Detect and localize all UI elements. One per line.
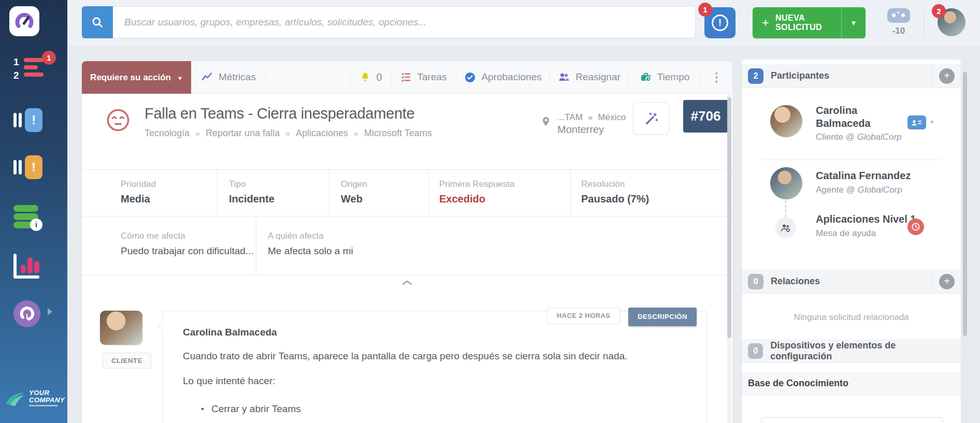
contact-card-icon <box>911 118 923 127</box>
sidebar-expand-chevron-icon[interactable] <box>48 308 52 315</box>
tab-metrics[interactable]: Métricas <box>191 61 266 93</box>
tab-reassign[interactable]: Reasignar <box>550 61 628 93</box>
comment-time-badge: HACE 2 HORAS <box>547 308 620 324</box>
add-participant-button[interactable]: + <box>939 68 955 84</box>
helpdesk-name[interactable]: Aplicaciones Nivel 1 <box>816 213 961 226</box>
breadcrumb: Tecnología » Reportar una falla » Aplica… <box>145 128 432 139</box>
participant-name[interactable]: Carolina Balmaceda <box>816 104 899 130</box>
tab-time[interactable]: Tiempo <box>629 61 700 93</box>
knowledge-base-title: Base de Conocimiento <box>748 378 848 389</box>
checklist-icon <box>400 71 412 83</box>
comment-author-name[interactable]: Carolina Balmaceda <box>183 327 277 338</box>
comment-bullet-text: Cerrar y abrir Teams <box>211 403 301 415</box>
search-input[interactable] <box>113 6 696 38</box>
new-request-dropdown[interactable]: ▼ <box>842 19 866 27</box>
ticket-header: Falla en Teams - Cierra inesperadamente … <box>82 94 732 170</box>
participant-avatar[interactable] <box>770 167 802 199</box>
field-priority: Prioridad Media <box>82 170 218 216</box>
sidebar-item-incidents-blue[interactable]: ! <box>13 107 54 136</box>
profile-count-badge: 2 <box>932 4 946 18</box>
comment-author-avatar[interactable] <box>100 311 142 345</box>
page-scrollbar-thumb[interactable] <box>963 72 967 336</box>
field-value: Pausado (7%) <box>581 193 732 205</box>
check-circle-icon <box>464 71 476 83</box>
ticket-number-badge: #706 <box>683 100 728 133</box>
location-path: ...TAM » México <box>557 112 626 123</box>
contact-card-button[interactable] <box>907 115 926 129</box>
requires-action-button[interactable]: Requiere su acción ▼ <box>82 61 191 94</box>
add-relation-button[interactable]: + <box>939 274 955 289</box>
search-button[interactable] <box>82 6 113 38</box>
new-request-button[interactable]: + NUEVA SOLICITUD ▼ <box>753 7 866 38</box>
field-type: Tipo Incidente <box>218 170 329 216</box>
field-value: Media <box>121 193 217 205</box>
helpdesk-group[interactable] <box>775 217 796 238</box>
tab-empty <box>266 61 350 93</box>
devices-header: 0 Dispositivos y elementos de configurac… <box>742 339 961 363</box>
gamification-score[interactable]: -10 <box>885 8 913 36</box>
relations-count-badge: 0 <box>748 274 763 289</box>
knowledge-base-search-input[interactable] <box>761 417 943 423</box>
tab-tasks-label: Tareas <box>417 71 446 83</box>
company-name-line1: YOUR <box>29 389 50 397</box>
exclamation-card-orange-icon: ! <box>13 154 42 180</box>
breadcrumb-item[interactable]: Reportar una falla <box>206 128 280 139</box>
breadcrumb-separator: » <box>285 129 290 138</box>
comment-paragraph: Lo que intenté hacer: <box>183 375 276 387</box>
participant-caret-icon[interactable]: ▾ <box>930 118 934 126</box>
comment-notch <box>158 322 167 330</box>
alerts-button[interactable]: ! 1 <box>704 7 736 38</box>
app-logo[interactable] <box>9 6 39 36</box>
row-divider <box>762 159 940 160</box>
tab-approvals[interactable]: Aprobaciones <box>456 61 550 93</box>
people-icon <box>558 71 570 83</box>
breadcrumb-separator: » <box>195 129 200 138</box>
ticket-card: Requiere su acción ▼ Métricas 0 <box>82 61 732 423</box>
group-gear-icon <box>780 222 792 234</box>
sidebar-item-my-requests[interactable]: 1 2 1 <box>13 57 54 86</box>
company-name-line2: COMPANY <box>29 396 65 404</box>
magic-wand-button[interactable] <box>633 102 669 135</box>
breadcrumb-item[interactable]: Tecnología <box>145 128 190 139</box>
more-options-button[interactable]: ⋮ <box>701 61 732 93</box>
bell-icon <box>359 71 371 83</box>
field-label: Origen <box>341 179 428 189</box>
tab-tasks[interactable]: Tareas <box>392 61 456 93</box>
breadcrumb-item[interactable]: Aplicaciones <box>296 128 348 139</box>
gamepad-icon <box>887 8 910 23</box>
sidebar-item-reports[interactable] <box>13 253 54 282</box>
search-icon <box>91 16 104 29</box>
ticket-impact-row: Cómo me afecta Puedo trabajar con dificu… <box>82 216 732 275</box>
tab-time-label: Tiempo <box>657 71 690 83</box>
magic-wand-icon <box>643 111 659 126</box>
comment-list-item: • Cerrar y abrir Teams <box>201 403 301 415</box>
participant-role: Agente @ <box>816 185 858 195</box>
comment-paragraph: Cuando trato de abrir Teams, aparece la … <box>183 351 659 362</box>
sidebar-item-incidents-orange[interactable]: ! <box>13 154 54 183</box>
field-value-exceeded: Excedido <box>439 193 570 205</box>
field-label: Cómo me afecta <box>121 231 256 241</box>
details-panel: 2 Participantes + Carolina Balmaceda Cli… <box>742 60 961 423</box>
collapse-details-button[interactable] <box>397 279 417 289</box>
impact-how: Cómo me afecta Puedo trabajar con dificu… <box>82 216 256 275</box>
ticket-fields-row: Prioridad Media Tipo Incidente Origen We… <box>82 170 732 216</box>
breadcrumb-item[interactable]: Microsoft Teams <box>364 128 432 139</box>
gauge-logo-icon <box>14 11 35 32</box>
ticket-title: Falla en Teams - Cierra inesperadamente <box>145 105 414 122</box>
participant-avatar[interactable] <box>770 105 802 137</box>
participant-name[interactable]: Catalina Fernandez <box>816 169 950 182</box>
tab-alerts[interactable]: 0 <box>351 61 391 93</box>
sidebar-item-knowledge-base[interactable]: i <box>13 205 54 234</box>
field-label: Primera Respuesta <box>439 179 570 189</box>
new-request-label: NUEVA SOLICITUD <box>775 13 841 32</box>
field-value: Incidente <box>229 193 329 205</box>
ticket-scrollbar-thumb[interactable] <box>727 97 731 338</box>
breadcrumb-separator: » <box>354 129 358 138</box>
loader-circle-icon <box>13 300 40 327</box>
location-region: ...TAM <box>557 112 583 123</box>
knowledge-base-header[interactable]: Base de Conocimiento <box>742 372 961 396</box>
relations-empty-text: Ninguna solicitud relacionada <box>742 312 961 323</box>
field-value: Me afecta solo a mi <box>268 245 732 257</box>
location-city: Monterrey <box>557 124 604 136</box>
kebab-menu-icon: ⋮ <box>711 70 723 84</box>
